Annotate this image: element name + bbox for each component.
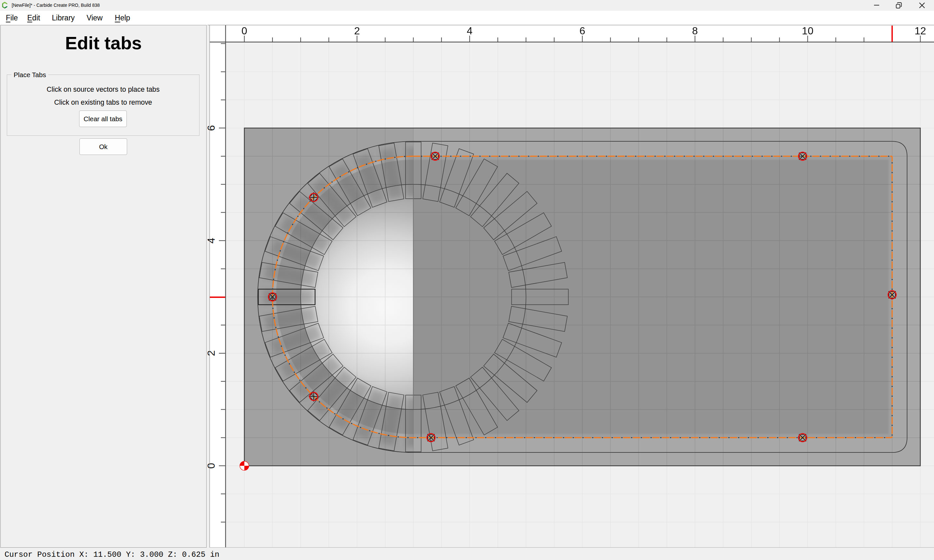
svg-text:8: 8 — [692, 25, 698, 37]
svg-text:0: 0 — [208, 463, 217, 469]
svg-text:2: 2 — [354, 25, 360, 37]
svg-text:12: 12 — [914, 25, 926, 37]
svg-text:6: 6 — [580, 25, 586, 37]
svg-text:4: 4 — [467, 25, 473, 37]
svg-text:10: 10 — [802, 25, 814, 37]
svg-text:2: 2 — [208, 350, 217, 356]
svg-text:0: 0 — [242, 25, 247, 37]
svg-text:4: 4 — [208, 238, 217, 244]
svg-text:6: 6 — [208, 125, 217, 131]
